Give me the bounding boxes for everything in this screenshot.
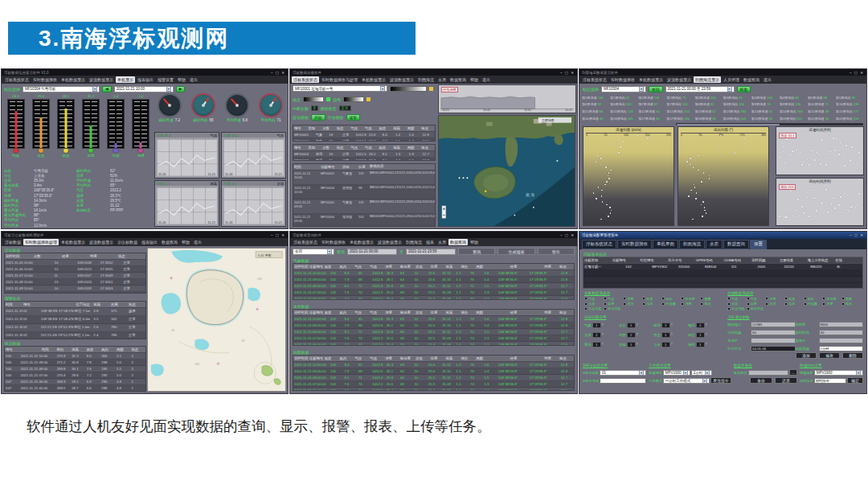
interval-stepper[interactable]: 波浪1 ▲▼ [653, 320, 688, 330]
buoy-select[interactable]: MF10001 近海浮标一号▾ [293, 85, 387, 92]
window-controls-icon[interactable]: ‒ ▢ ✕ [560, 233, 575, 237]
interval-stepper[interactable]: 姿态1 ▲▼ [653, 330, 688, 339]
browse-button[interactable]: … [789, 369, 797, 376]
menu-tab[interactable]: 单机数据显示 [348, 239, 375, 245]
table-row[interactable]: MF10003气象18正常1013.125.97.91.15.412.6 [293, 138, 435, 142]
checkbox-item[interactable]: 姿态信息 [727, 306, 747, 311]
table-row[interactable]: 5002021-11-21 10:00270.931.38.03005.12 [5, 353, 145, 360]
satellite-map[interactable]: 卫星地图 南 海 [438, 115, 575, 227]
table-row[interactable]: 5002021-11-21 08:00269.830.17.62955.22 [5, 366, 145, 372]
window-controls-icon[interactable]: ‒ ▢ ✕ [850, 233, 864, 237]
menu-tab[interactable]: 波浪数据显示 [665, 76, 693, 83]
table-row[interactable]: MF10001气象19正常1012.825.68.41.25.612.8 [293, 132, 435, 138]
next-button[interactable]: ▶ [176, 86, 186, 92]
menu-tab[interactable]: 实时数据接收处理 [23, 239, 59, 245]
settings-tab[interactable]: 剖面海流 [679, 240, 705, 249]
menu-tab[interactable]: 报表输出 [136, 76, 155, 83]
table-row[interactable]: 2021-11-21 09:00:001027.9681012.626.1641… [293, 323, 574, 329]
terminal-select[interactable]: MPV1900▾ [663, 370, 690, 376]
table-row[interactable]: 5002021-11-21 09:00271.230.87.82985.02 [5, 360, 145, 366]
interval-stepper[interactable]: 通信1 ▲▼ [584, 339, 619, 349]
menu-tab[interactable]: 单机数据显示 [637, 76, 665, 83]
param-input[interactable]: 30 [819, 330, 864, 335]
menu-tab[interactable]: 单机显示 [116, 76, 135, 83]
checkbox-item[interactable]: 浊度 [681, 301, 700, 306]
checkbox-item[interactable]: 海流 [784, 301, 804, 306]
menu-tab[interactable]: 剖面海流显示 [694, 76, 721, 83]
param-input[interactable]: COM1 [751, 322, 796, 327]
config-row[interactable]: 近海浮标一102MPV19023110008481041112000111111… [583, 264, 862, 270]
checkbox-item[interactable]: 电压 [700, 301, 719, 306]
menu-tab[interactable]: 退出 [481, 76, 492, 83]
table-row[interactable]: 2021-11-21 08:00:001028.1711012.425.8661… [293, 375, 574, 381]
table-row[interactable]: 2021-11-21 10:00:001028.4651012.826.3631… [293, 270, 574, 277]
menu-tab[interactable]: 水质 [436, 76, 448, 83]
table-row[interactable]: 2021-11-21 07:00:001027.6741012.225.6681… [293, 381, 574, 388]
confirm-button[interactable]: 确定 [847, 377, 863, 384]
interval-stepper[interactable]: 定位1 ▲▼ [688, 330, 723, 339]
message-row[interactable]: 2021-11-21 10:00MF10004波浪报98$BD02,MF1000… [293, 185, 435, 199]
checkbox-item[interactable]: 叶绿素 [804, 301, 823, 306]
param-input[interactable]: 60 [751, 330, 796, 335]
table-row[interactable]: 2021-11-21 08:00:001028.1711012.425.8661… [293, 329, 574, 335]
menu-tab[interactable]: 剖面海流 [404, 239, 424, 245]
message-row[interactable]: 2021-11-21 09:00MF10004海流报102$BD03,MF100… [293, 214, 435, 227]
menu-tab[interactable]: 浮标系统状态 [3, 76, 31, 83]
window-controls-icon[interactable]: ‒ ▢ ✕ [560, 71, 575, 75]
table-row[interactable]: 2021-11-18 10:2102111°21.4'E 19°52.2'N 移… [5, 332, 145, 339]
interval-stepper[interactable]: 水质2 ▲▼ [584, 330, 619, 339]
menu-tab[interactable]: 波浪数据显示 [388, 76, 416, 83]
interval-stepper[interactable]: 剖面2 ▲▼ [619, 330, 653, 339]
checkbox-item[interactable]: 波浪 [765, 301, 784, 306]
table-row[interactable]: 2021-11-21 06:00:001027.2771012.025.4701… [293, 296, 574, 300]
record-action-button[interactable]: 修改 [819, 352, 840, 359]
table-row[interactable]: 5072021-11-21 05:00269.528.76.62884.81 [5, 385, 145, 392]
settings-tab[interactable]: 设置 [750, 240, 767, 249]
menu-tab[interactable]: 退出 [192, 239, 203, 245]
param-input[interactable]: 9600 [819, 322, 864, 327]
checkbox-item[interactable]: 海流 [642, 301, 661, 306]
menu-tab[interactable]: 单机数据显示 [360, 76, 387, 83]
period-select[interactable]: 2小时▾ [691, 370, 712, 376]
sync-terminal-select[interactable]: MPV1900▾ [814, 370, 863, 376]
menu-tab[interactable]: 数据查询 [448, 239, 468, 245]
menu-tab[interactable]: 实时数据接收 [31, 76, 59, 83]
menu-tab[interactable]: 数据查询 [742, 76, 761, 83]
menu-tab[interactable]: 帮助 [180, 239, 191, 245]
table-row[interactable]: 2021-11-10 10:0012109.012217.3050正常 [5, 292, 145, 294]
menu-tab[interactable]: 实时数据接收与处理 [320, 76, 359, 83]
menu-tab[interactable]: 帮助 [469, 76, 480, 83]
table-row[interactable]: 2021-11-21 10:00:001028.4651012.826.3631… [293, 362, 574, 368]
table-row[interactable]: 2021-11-21 07:00:001027.6741012.225.6681… [293, 290, 574, 296]
menu-tab[interactable]: 人员管理 [722, 76, 741, 83]
message-row[interactable]: 2021-11-21 10:05MF10001气象报131$BD01,MF100… [293, 171, 435, 185]
sim-number-input[interactable] [600, 378, 646, 384]
checkbox-item[interactable]: 姿态信息 [584, 306, 604, 311]
menu-tab[interactable]: 波浪数据显示 [88, 239, 115, 245]
checkbox-item[interactable]: 浊度 [822, 301, 841, 306]
table-row[interactable]: 2021-11-09 10:0010109.011917.3053正常 [5, 286, 145, 292]
backup-path-input[interactable] [748, 370, 788, 376]
menu-tab[interactable]: 单机数据显示 [59, 239, 87, 245]
menu-tab[interactable]: 报表输出 [140, 239, 159, 245]
send-command-button[interactable]: 发送指令 [710, 377, 731, 384]
table-row[interactable]: 2021-11-21 10:00:001028.4651012.826.3631… [293, 316, 574, 323]
table-row[interactable]: 2021-11-06 10:0012109.012117.3055正常 [5, 266, 145, 273]
station-select[interactable]: 全部▾ [293, 249, 334, 255]
table-row[interactable]: 2021-11-21 09:00:001027.9681012.626.1641… [293, 368, 574, 375]
window-controls-icon[interactable]: ‒ ▢ ✕ [271, 233, 285, 237]
menu-tab[interactable]: 浮标系统状态 [292, 76, 319, 83]
table-row[interactable]: 2021-11-21 07:00:001027.6741012.225.6681… [293, 335, 574, 342]
table-row[interactable]: 2021-11-07 10:0011109.011717.3049正常 [5, 273, 145, 279]
checkbox-item[interactable]: 定位信息 [747, 306, 766, 311]
menu-tab[interactable]: 数据查询 [160, 239, 179, 245]
table-row[interactable]: 5002021-11-21 07:00270.429.67.22925.02 [5, 372, 145, 379]
param-input[interactable]: 04-05-06 [751, 346, 796, 351]
menu-tab[interactable]: 示位标数据 [116, 239, 139, 245]
table-row[interactable]: MF10005海流15正常1012.925.88.01.25.512.9 [293, 158, 435, 161]
refresh-button[interactable]: 刷新 [737, 86, 751, 92]
query-button[interactable]: 查询 [649, 86, 663, 92]
settings-tab[interactable]: 水质 [706, 240, 723, 249]
interval-stepper[interactable]: 气象1 ▲▼ [584, 320, 619, 330]
table-row[interactable]: 2021-11-21 06:00:001027.2771012.025.4701… [293, 342, 574, 346]
